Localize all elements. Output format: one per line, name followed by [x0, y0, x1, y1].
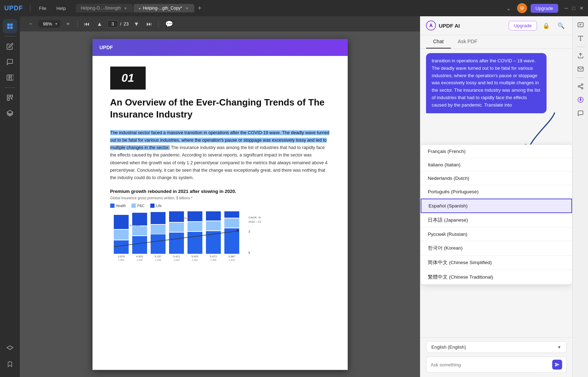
lang-french[interactable]: Français (French): [421, 145, 572, 158]
language-selector[interactable]: English (English) ▼: [426, 341, 567, 353]
upgrade-button[interactable]: Upgrade: [509, 21, 537, 30]
svg-text:4,932: 4,932: [136, 255, 143, 258]
legend-pac-label: P&C: [137, 204, 145, 208]
maximize-button[interactable]: □: [572, 5, 575, 11]
svg-rect-23: [169, 233, 184, 254]
pdf-content: 01 An Overview of the Ever-Changing Tren…: [93, 56, 348, 273]
chart-legend: Health P&C Life: [110, 204, 330, 208]
svg-rect-25: [169, 211, 184, 222]
add-tab-button[interactable]: +: [195, 5, 205, 12]
svg-rect-0: [7, 24, 10, 26]
lang-portuguese[interactable]: Português (Portuguese): [421, 185, 572, 199]
window-controls: ─ □ ✕: [565, 5, 584, 11]
last-page-button[interactable]: ⏭: [144, 19, 154, 29]
sidebar-edit-icon[interactable]: [3, 39, 17, 53]
lang-japanese[interactable]: 日本語 (Japanese): [421, 213, 572, 228]
sidebar-ocr-icon[interactable]: [3, 91, 17, 105]
svg-rect-1: [10, 24, 13, 26]
lock-icon-button[interactable]: 🔒: [541, 20, 552, 31]
menu-file[interactable]: File: [35, 4, 50, 12]
tabs-dropdown[interactable]: ⌄: [503, 5, 514, 12]
user-avatar[interactable]: U: [517, 3, 527, 13]
legend-life-dot: [150, 204, 155, 208]
close-button[interactable]: ✕: [579, 5, 584, 11]
page-input[interactable]: [107, 20, 118, 28]
legend-pac-dot: [131, 204, 136, 208]
svg-text:2: 2: [248, 230, 250, 233]
next-page-button[interactable]: ▼: [131, 19, 141, 29]
legend-pac: P&C: [131, 204, 145, 208]
panel-header-right: Upgrade 🔒 🔍: [509, 20, 567, 31]
lang-spanish[interactable]: Español (Spanish): [421, 199, 572, 213]
toolbar-divider-1: [77, 20, 78, 28]
svg-point-57: [581, 87, 583, 89]
svg-rect-19: [151, 225, 166, 234]
sidebar-stack-icon[interactable]: [3, 342, 17, 356]
zoom-dropdown-arrow[interactable]: ▾: [55, 22, 57, 26]
sidebar-bookmark-icon[interactable]: [3, 357, 17, 371]
pdf-paragraph-1: The industrial sector faced a massive tr…: [110, 129, 330, 182]
sidebar-divider-1: [5, 36, 15, 36]
chat-messages: transition in operations after the COVID…: [420, 49, 572, 337]
svg-text:2,454: 2,454: [173, 259, 180, 261]
svg-rect-35: [206, 211, 221, 221]
tab-1-close[interactable]: ✕: [123, 6, 128, 11]
lang-dutch[interactable]: Nederlands (Dutch): [421, 172, 572, 185]
chat-input[interactable]: [431, 362, 549, 367]
updf-ai-logo-icon: [426, 21, 436, 30]
tab-2[interactable]: ● Helping-...gth_Copy* ✕: [134, 4, 194, 12]
comment-mode-button[interactable]: 💬: [163, 19, 175, 29]
top-bar: UPDF File Help Helping-O...-Strength ✕ ●…: [0, 0, 588, 16]
fr-chat-icon[interactable]: [575, 108, 586, 119]
menu-help[interactable]: Help: [53, 4, 69, 12]
tab-1[interactable]: Helping-O...-Strength ✕: [76, 4, 133, 12]
lang-russian[interactable]: Русский (Russian): [421, 228, 572, 241]
bar-life-1: [114, 215, 129, 229]
sidebar-home-icon[interactable]: [3, 19, 17, 33]
svg-text:2016 – 21: 2016 – 21: [248, 220, 261, 223]
chart-title: Premium growth rebounded in 2021 after s…: [110, 189, 330, 194]
lang-korean[interactable]: 한국어 (Korean): [421, 241, 572, 256]
tab-2-close[interactable]: ✕: [184, 6, 189, 11]
tab-chat[interactable]: Chat: [426, 35, 451, 48]
first-page-button[interactable]: ⏮: [82, 19, 92, 29]
fr-export-icon[interactable]: [575, 50, 586, 61]
svg-text:CAGR, %: CAGR, %: [248, 216, 261, 219]
zoom-out-button[interactable]: －: [26, 19, 35, 29]
fr-mail-icon[interactable]: [575, 63, 586, 75]
tab-ask-pdf[interactable]: Ask PDF: [451, 35, 485, 48]
page-total: 23: [123, 21, 128, 27]
lang-italian[interactable]: Italiano (Italian): [421, 158, 572, 172]
fr-ocr-icon[interactable]: [575, 19, 586, 30]
svg-text:5,987: 5,987: [228, 255, 235, 258]
svg-text:4.0% p.a.: 4.0% p.a.: [181, 217, 192, 220]
section-number: 01: [110, 67, 146, 90]
fr-text-icon[interactable]: [575, 33, 586, 44]
legend-health-dot: [110, 204, 114, 208]
svg-rect-15: [132, 213, 147, 225]
pdf-area[interactable]: UPDF 01 An Overview of the Ever-Changing…: [20, 32, 420, 377]
bar-chart-svg: 3,878 1,909 4,932 2,258: [110, 211, 287, 261]
bar-health-1: [114, 240, 129, 254]
lang-selector-value: English (English): [431, 344, 466, 350]
legend-health: Health: [110, 204, 126, 208]
zoom-in-button[interactable]: ＋: [63, 19, 73, 29]
right-panel-header: UPDF AI Upgrade 🔒 🔍: [420, 16, 572, 35]
tabs-area: Helping-O...-Strength ✕ ● Helping-...gth…: [76, 4, 500, 12]
upgrade-button-top[interactable]: Upgrade: [531, 4, 558, 13]
sidebar-comment-icon[interactable]: [3, 55, 17, 69]
send-button[interactable]: [552, 360, 562, 370]
language-dropdown[interactable]: Français (French) Italiano (Italian) Ned…: [420, 144, 572, 285]
fr-share-icon[interactable]: [575, 81, 586, 92]
svg-rect-14: [132, 226, 147, 235]
lang-chinese-simplified[interactable]: 简体中文 (Chinese Simplified): [421, 256, 572, 270]
svg-text:2,258: 2,258: [136, 259, 143, 261]
pdf-title: An Overview of the Ever-Changing Trends …: [110, 97, 330, 121]
lang-chinese-traditional[interactable]: 繁體中文 (Chinese Traditional): [421, 270, 572, 284]
prev-page-button[interactable]: ▲: [95, 19, 105, 29]
sidebar-pages-icon[interactable]: [3, 70, 17, 85]
fr-ai-icon[interactable]: [575, 94, 586, 105]
minimize-button[interactable]: ─: [565, 5, 568, 11]
sidebar-layers-icon[interactable]: [3, 106, 17, 120]
search-panel-button[interactable]: 🔍: [555, 20, 567, 31]
